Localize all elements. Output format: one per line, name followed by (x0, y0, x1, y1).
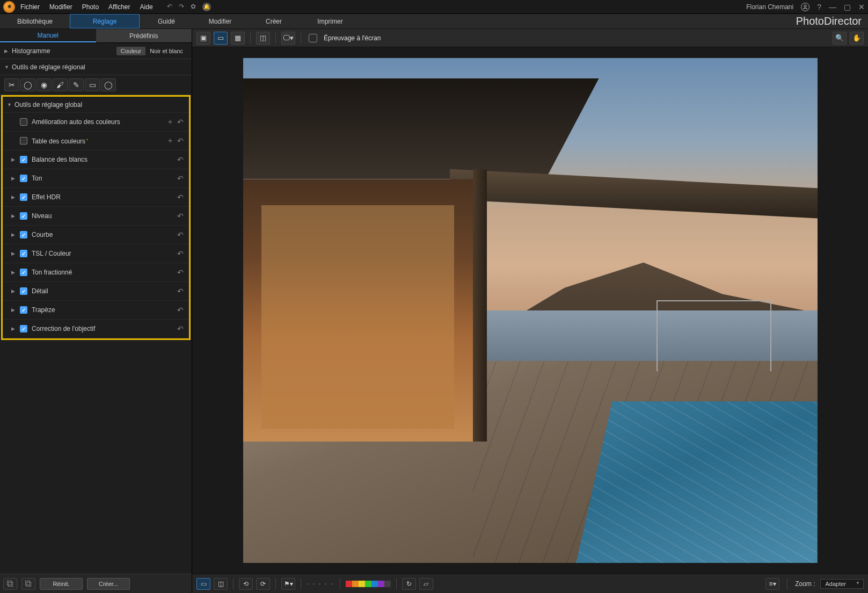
help-icon[interactable]: ? (817, 3, 821, 11)
menu-view[interactable]: Afficher (108, 3, 130, 11)
adjust-checkbox[interactable] (20, 175, 27, 182)
crop-tool-icon[interactable]: ✂ (4, 78, 19, 91)
close-button[interactable]: ✕ (858, 3, 865, 11)
rotate-left-icon[interactable]: ⟲ (239, 578, 253, 590)
undo-icon[interactable]: ↶ (177, 268, 184, 277)
undo-icon[interactable]: ↶ (177, 174, 184, 183)
module-guided[interactable]: Guidé (140, 14, 193, 28)
adjust-row-9[interactable]: ▶Détail↶ (3, 282, 189, 301)
undo-icon[interactable]: ↶ (177, 193, 184, 201)
notification-icon[interactable]: 🔔 (202, 3, 211, 11)
adjust-row-5[interactable]: ▶Niveau↶ (3, 207, 189, 226)
undo-icon[interactable]: ↶ (177, 249, 184, 258)
copy-settings-icon[interactable]: ⿻ (3, 578, 17, 590)
adjust-checkbox[interactable] (20, 269, 27, 276)
menu-edit[interactable]: Modifier (49, 3, 72, 11)
view-compare-icon[interactable]: ◫ (256, 32, 270, 45)
select-brush-icon[interactable]: ✎ (69, 78, 84, 91)
minimize-button[interactable]: — (829, 3, 836, 11)
adjust-checkbox[interactable] (20, 118, 27, 126)
adjust-checkbox[interactable] (20, 287, 27, 295)
adjust-checkbox[interactable] (20, 231, 27, 238)
undo-icon[interactable]: ↶ (177, 136, 184, 145)
color-label[interactable] (365, 581, 371, 587)
subtab-manual[interactable]: Manuel (0, 29, 96, 42)
module-create[interactable]: Créer (247, 14, 301, 28)
create-preset-button[interactable]: Créer... (87, 578, 130, 590)
adjust-row-6[interactable]: ▶Courbe↶ (3, 226, 189, 244)
add-icon[interactable]: ＋ (166, 117, 174, 127)
adjust-checkbox[interactable] (20, 193, 27, 201)
zoom-select[interactable]: Adapter (820, 579, 864, 589)
color-label[interactable] (346, 581, 352, 587)
adjust-row-11[interactable]: ▶Correction de l'objectif↶ (3, 320, 189, 338)
rotate-right-icon[interactable]: ⟳ (256, 578, 270, 590)
maximize-button[interactable]: ▢ (844, 3, 851, 11)
soft-proof-checkbox[interactable] (309, 34, 317, 42)
canvas[interactable] (192, 47, 868, 574)
zoom-tool-icon[interactable]: 🔍 (833, 32, 847, 45)
add-icon[interactable]: ＋ (166, 136, 174, 146)
menu-help[interactable]: Aide (140, 3, 153, 11)
undo-icon[interactable]: ↶ (177, 212, 184, 220)
module-library[interactable]: Bibliothèque (0, 14, 70, 28)
adjust-checkbox[interactable] (20, 325, 27, 332)
color-label[interactable] (352, 581, 359, 587)
reset-button[interactable]: Réinit. (40, 578, 83, 590)
reset-view-icon[interactable]: ↻ (402, 578, 416, 590)
adjust-checkbox[interactable] (20, 306, 27, 314)
undo-icon[interactable]: ↶ (167, 3, 172, 11)
undo-icon[interactable]: ↶ (177, 155, 184, 164)
redeye-tool-icon[interactable]: ◉ (37, 78, 52, 91)
adjust-row-0[interactable]: Amélioration auto des couleurs＋↶ (3, 113, 189, 132)
paste-settings-icon[interactable]: ⿻ (21, 578, 35, 590)
module-adjust[interactable]: Réglage (70, 14, 140, 28)
undo-icon[interactable]: ↶ (177, 306, 184, 314)
color-label[interactable] (378, 581, 384, 587)
menu-photo[interactable]: Photo (82, 3, 99, 11)
view-grid-icon[interactable]: ▦ (231, 32, 245, 45)
subtab-preset[interactable]: Prédéfinis (96, 29, 192, 42)
adjust-row-3[interactable]: ▶Ton↶ (3, 169, 189, 188)
brush-tool-icon[interactable]: 🖌 (53, 78, 68, 91)
regional-header[interactable]: ▼ Outils de réglage régional (0, 59, 192, 75)
adjust-row-2[interactable]: ▶Balance des blancs↶ (3, 150, 189, 169)
adjust-checkbox[interactable] (20, 250, 27, 257)
adjust-checkbox[interactable] (20, 137, 27, 144)
global-header[interactable]: ▼ Outils de réglage global (3, 97, 189, 113)
color-label[interactable] (371, 581, 378, 587)
menu-file[interactable]: Fichier (20, 3, 40, 11)
gradient-tool-icon[interactable]: ▭ (85, 78, 100, 91)
spot-tool-icon[interactable]: ◯ (20, 78, 35, 91)
adjust-row-7[interactable]: ▶TSL / Couleur↶ (3, 244, 189, 263)
radial-tool-icon[interactable]: ◯ (101, 78, 116, 91)
filmstrip-mode2-icon[interactable]: ◫ (214, 578, 228, 590)
module-edit[interactable]: Modifier (193, 14, 247, 28)
user-name[interactable]: Florian Chemani (746, 3, 793, 11)
crop-overlay-icon[interactable]: ▱ (419, 578, 433, 590)
view-single-icon[interactable]: ▣ (196, 32, 210, 45)
star-rating[interactable]: ● ● ● ● ● (307, 582, 334, 585)
settings-icon[interactable]: ✿ (191, 3, 196, 11)
undo-icon[interactable]: ↶ (177, 230, 184, 239)
adjust-checkbox[interactable] (20, 156, 27, 163)
adjust-row-1[interactable]: Table des couleurs•＋↶ (3, 132, 189, 150)
undo-icon[interactable]: ↶ (177, 287, 184, 295)
flag-icon[interactable]: ⚑▾ (281, 578, 295, 590)
histogram-header[interactable]: ▶ Histogramme Couleur Noir et blanc (0, 43, 192, 59)
adjust-checkbox[interactable] (20, 212, 27, 220)
list-icon[interactable]: ≡▾ (765, 578, 779, 590)
undo-icon[interactable]: ↶ (177, 324, 184, 333)
module-print[interactable]: Imprimer (301, 14, 360, 28)
color-label[interactable] (359, 581, 365, 587)
redo-icon[interactable]: ↷ (179, 3, 184, 11)
adjust-row-10[interactable]: ▶Trapèze↶ (3, 301, 189, 320)
adjust-row-8[interactable]: ▶Ton fractionné↶ (3, 263, 189, 282)
histogram-color[interactable]: Couleur (116, 47, 146, 55)
undo-icon[interactable]: ↶ (177, 118, 184, 126)
pan-tool-icon[interactable]: ✋ (850, 32, 864, 45)
adjust-row-4[interactable]: ▶Effet HDR↶ (3, 188, 189, 207)
user-avatar-icon[interactable] (801, 3, 809, 11)
view-single-large-icon[interactable]: ▭ (214, 32, 228, 45)
filmstrip-mode1-icon[interactable]: ▭ (196, 578, 210, 590)
